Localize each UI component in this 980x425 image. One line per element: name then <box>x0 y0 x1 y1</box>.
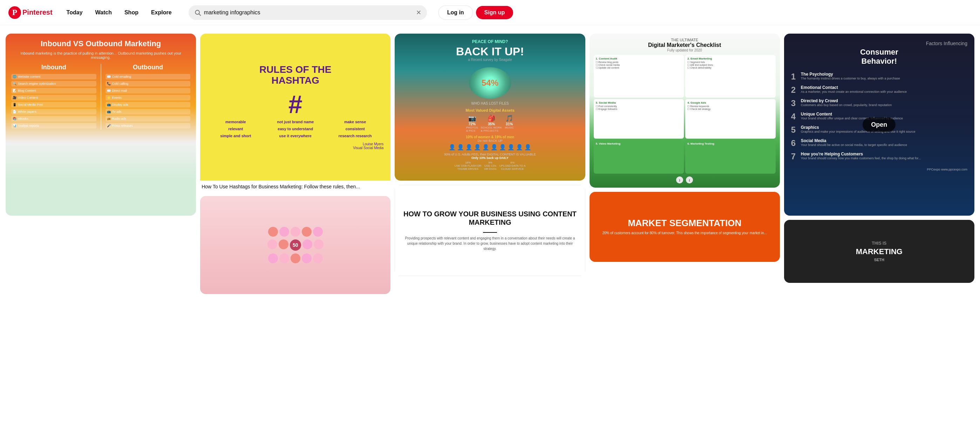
pin-backup[interactable]: PEACE OF MIND? BACK IT UP! a Recent surv… <box>395 33 585 181</box>
hashtag-simple: simple and short <box>207 134 264 138</box>
consumer-item-6-title: Social Media <box>801 138 907 143</box>
grow-divider <box>483 232 497 233</box>
checklist-section-1: 1. Content Audit ☐Review blog posts ☐Che… <box>594 55 684 98</box>
search-input[interactable] <box>204 10 413 16</box>
consumer-footer: PPCexpo www.ppcexpo.com <box>791 168 967 171</box>
login-button[interactable]: Log in <box>438 5 473 20</box>
hashtag-main-title: RULES OF THEHASHTAG <box>259 64 331 86</box>
checklist-subtitle: THE ULTIMATE <box>594 38 776 42</box>
backup-valued: Most Valued Digital Assets <box>466 108 514 113</box>
inbound-item-8: 📊Analyst reports <box>11 123 96 128</box>
pin-title: Inbound VS Outbound Marketing <box>41 39 161 48</box>
this-is-author: SETH <box>856 258 902 262</box>
outbound-item-2: 📞Cold calling <box>105 81 191 86</box>
pin-hashtag-caption: How To Use Hashtags for Business Marketi… <box>200 181 390 192</box>
hashtag-consistent: consistent <box>327 127 383 131</box>
consumer-item-4-title: Unique Content <box>801 112 903 117</box>
nav-watch[interactable]: Watch <box>90 6 118 19</box>
hashtag-easy: easy to understand <box>267 127 324 131</box>
hashtag-memorable: memorable <box>207 120 264 124</box>
search-clear-button[interactable]: ✕ <box>416 9 421 16</box>
backup-90percent: 90% of U.S. Adults FEEL their DIGITAL CO… <box>444 153 536 156</box>
inbound-item-7: 📚eBooks <box>11 116 96 122</box>
open-overlay-label[interactable]: Open <box>862 117 896 132</box>
market-title: MARKET SEGMENTATION <box>628 218 741 228</box>
pin-grid: Inbound VS Outbound Marketing Inbound ma… <box>6 33 974 294</box>
hashtag-author: Louise MyersVisual Social Media <box>207 142 383 150</box>
svg-line-3 <box>199 14 200 16</box>
grow-subtitle: Providing prospects with relevant conten… <box>401 236 579 251</box>
consumer-item-3-desc: Customers also buy based on crowd, popul… <box>801 103 892 107</box>
this-is-title: MARKETING <box>856 247 902 256</box>
inbound-item-3: 📝Blog Content <box>11 88 96 94</box>
consumer-item-1: 1 The PsychologyThe humanity instinct dr… <box>791 72 967 82</box>
signup-button[interactable]: Sign up <box>476 6 514 19</box>
consumer-item-3: 3 Directed by CrowdCustomers also buy ba… <box>791 98 967 108</box>
consumer-item-5-desc: Graphics and make your impressions of au… <box>801 130 915 133</box>
logo[interactable]: P Pinterest <box>8 6 52 19</box>
checklist-grid: 1. Content Audit ☐Review blog posts ☐Che… <box>594 55 776 174</box>
pin-subtitle: Inbound marketing is the practice of pul… <box>11 51 190 60</box>
search-bar: ✕ <box>189 5 427 20</box>
main-nav: Today Watch Shop Explore <box>61 6 177 19</box>
inbound-item-6: 📄White papers <box>11 109 96 114</box>
main-content: Inbound VS Outbound Marketing Inbound ma… <box>0 25 980 303</box>
hashtag-relevant: relevant <box>207 127 264 131</box>
backup-women: 10% of women & 19% of men <box>466 135 514 139</box>
outbound-item-7: 📻Radio ads <box>105 116 191 122</box>
inbound-item-5: 📱Social Media Post <box>11 102 96 108</box>
consumer-item-1-title: The Psychology <box>801 72 900 77</box>
consumer-item-2-desc: As a marketer, you must create an emotio… <box>801 90 907 94</box>
hashtag-grid: memorable not just brand name make sense… <box>207 120 383 138</box>
backup-methods: 18%USE USB FLASH DRTHUMB DRIVES 9%USE CD… <box>454 161 525 170</box>
checklist-section-6: 6. Marketing Testing <box>685 140 776 174</box>
backup-people-icons: 👤👤👤👤👤 👤👤👤👤👤 <box>449 144 531 151</box>
hashtag-symbol: # <box>288 92 302 117</box>
nav-shop[interactable]: Shop <box>119 6 144 19</box>
pin-hashtag[interactable]: RULES OF THEHASHTAG # memorable not just… <box>200 33 390 192</box>
nav-today[interactable]: Today <box>61 6 88 19</box>
outbound-item-1: ✉️Cold emailing <box>105 74 191 79</box>
pin-flowers[interactable]: 50 <box>200 196 390 294</box>
flowers-row-2: 50 <box>267 239 323 251</box>
backup-title: BACK IT UP! <box>456 46 524 58</box>
hashtag-not-just-brand: not just brand name <box>267 120 324 124</box>
grow-title: HOW TO GROW YOUR BUSINESS USING CONTENT … <box>401 210 579 227</box>
backup-survey: a Recent survey by Seagate <box>468 58 512 62</box>
checklist-title: Digital Marketer's Checklist <box>594 42 776 48</box>
checklist-section-4: 4. Google Ads ☐Review keywords ☐Check bi… <box>685 99 776 139</box>
backup-do-not: Do not! BACK UP <box>477 139 502 143</box>
pin-inbound-outbound[interactable]: Inbound VS Outbound Marketing Inbound ma… <box>6 33 196 216</box>
hashtag-make-sense: make sense <box>327 120 383 124</box>
nav-explore[interactable]: Explore <box>145 6 177 19</box>
outbound-item-4: ⭐Events <box>105 95 191 100</box>
backup-stat: WHO HAS LOST FILES <box>471 101 509 105</box>
consumer-item-6-desc: Your brand should be active on social me… <box>801 143 907 147</box>
consumer-item-5-title: Graphics <box>801 125 915 130</box>
backup-assets: 📷72%PHOTOS& PICS 🎒35%SCHOOL WORK& PROJEC… <box>466 114 514 132</box>
inbound-item-2: 🔍Search engine optimization <box>11 81 96 86</box>
consumer-title: ConsumerBehavior! <box>791 48 967 66</box>
pin-this-is-marketing[interactable]: THIS IS MARKETING SETH <box>784 220 974 283</box>
pinterest-logo-icon: P <box>8 6 21 19</box>
this-is-marketing-content: THIS IS MARKETING SETH <box>850 235 908 268</box>
pin-consumer-behavior[interactable]: Factors Influencing ConsumerBehavior! 1 … <box>784 33 974 216</box>
outbound-header: Outbound <box>105 64 191 71</box>
consumer-item-6: 6 Social MediaYour brand should be activ… <box>791 138 967 148</box>
svg-text:P: P <box>12 8 17 17</box>
flowers-content: 50 <box>267 227 323 263</box>
pin-market-segmentation[interactable]: MARKET SEGMENTATION 20% of customers acc… <box>590 192 780 262</box>
inbound-item-1: 🌐Website content <box>11 74 96 79</box>
flowers-row-1 <box>268 227 323 237</box>
consumer-item-1-desc: The humanity instinct drives a customer … <box>801 77 900 80</box>
consumer-item-7-desc: Your brand should convey how you make cu… <box>801 157 921 160</box>
pin-grow-business[interactable]: HOW TO GROW YOUR BUSINESS USING CONTENT … <box>395 185 585 276</box>
checklist-section-2: 2. Email Marketing ☐Segment lists ☐A/B t… <box>685 55 776 98</box>
checklist-footer: ) ( <box>594 176 776 184</box>
consumer-item-7: 7 How you're Helping CustomersYour brand… <box>791 152 967 162</box>
checklist-section-3: 3. Social Media ☐Post consistently ☐Enga… <box>594 99 684 139</box>
pin-checklist[interactable]: THE ULTIMATE Digital Marketer's Checklis… <box>590 33 780 188</box>
backup-only10: Only 10% back up DAILY <box>471 156 509 160</box>
search-icon <box>194 9 201 16</box>
divider <box>100 64 101 130</box>
